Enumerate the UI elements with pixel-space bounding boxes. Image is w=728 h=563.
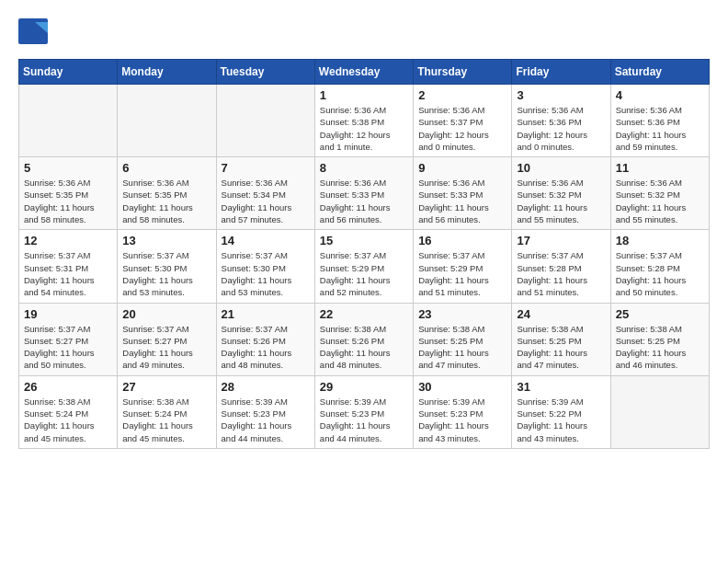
calendar-cell: 17Sunrise: 5:37 AM Sunset: 5:28 PM Dayli… <box>512 230 610 303</box>
weekday-header-tuesday: Tuesday <box>216 60 314 85</box>
weekday-header-saturday: Saturday <box>610 60 709 85</box>
day-number: 14 <box>222 234 310 247</box>
day-number: 31 <box>517 380 605 394</box>
day-number: 20 <box>122 307 210 321</box>
day-info: Sunrise: 5:37 AM Sunset: 5:28 PM Dayligh… <box>616 249 704 298</box>
day-number: 1 <box>320 88 408 102</box>
calendar-cell: 29Sunrise: 5:39 AM Sunset: 5:23 PM Dayli… <box>314 375 413 448</box>
day-number: 13 <box>122 234 210 247</box>
day-number: 4 <box>616 88 704 102</box>
calendar-table: SundayMondayTuesdayWednesdayThursdayFrid… <box>18 59 710 449</box>
calendar-cell: 4Sunrise: 5:36 AM Sunset: 5:36 PM Daylig… <box>610 85 709 157</box>
day-number: 8 <box>320 161 408 175</box>
day-number: 21 <box>222 307 310 321</box>
day-info: Sunrise: 5:37 AM Sunset: 5:29 PM Dayligh… <box>320 249 408 298</box>
day-number: 16 <box>418 234 506 247</box>
calendar-cell: 11Sunrise: 5:36 AM Sunset: 5:32 PM Dayli… <box>610 157 709 230</box>
calendar-cell: 5Sunrise: 5:36 AM Sunset: 5:35 PM Daylig… <box>19 157 118 230</box>
day-info: Sunrise: 5:37 AM Sunset: 5:30 PM Dayligh… <box>122 249 210 298</box>
day-number: 22 <box>320 307 408 321</box>
day-info: Sunrise: 5:39 AM Sunset: 5:23 PM Dayligh… <box>320 396 408 444</box>
day-info: Sunrise: 5:38 AM Sunset: 5:24 PM Dayligh… <box>24 396 112 444</box>
day-info: Sunrise: 5:36 AM Sunset: 5:36 PM Dayligh… <box>517 104 605 153</box>
day-number: 11 <box>616 161 704 175</box>
calendar-cell: 8Sunrise: 5:36 AM Sunset: 5:33 PM Daylig… <box>314 157 413 230</box>
calendar-cell: 19Sunrise: 5:37 AM Sunset: 5:27 PM Dayli… <box>19 303 118 375</box>
day-info: Sunrise: 5:37 AM Sunset: 5:29 PM Dayligh… <box>418 249 506 298</box>
calendar-cell: 25Sunrise: 5:38 AM Sunset: 5:25 PM Dayli… <box>610 303 709 375</box>
calendar-cell <box>118 85 216 157</box>
logo-icon <box>18 18 48 44</box>
day-number: 30 <box>418 380 506 394</box>
day-info: Sunrise: 5:37 AM Sunset: 5:31 PM Dayligh… <box>24 249 112 298</box>
day-number: 23 <box>418 307 506 321</box>
calendar-cell: 27Sunrise: 5:38 AM Sunset: 5:24 PM Dayli… <box>118 375 216 448</box>
day-number: 5 <box>24 161 112 175</box>
calendar-cell <box>19 85 118 157</box>
day-info: Sunrise: 5:37 AM Sunset: 5:26 PM Dayligh… <box>222 323 310 372</box>
calendar-cell: 30Sunrise: 5:39 AM Sunset: 5:23 PM Dayli… <box>414 375 512 448</box>
calendar-cell: 21Sunrise: 5:37 AM Sunset: 5:26 PM Dayli… <box>216 303 314 375</box>
day-info: Sunrise: 5:36 AM Sunset: 5:32 PM Dayligh… <box>517 177 605 225</box>
day-info: Sunrise: 5:36 AM Sunset: 5:33 PM Dayligh… <box>418 177 506 225</box>
calendar-cell: 16Sunrise: 5:37 AM Sunset: 5:29 PM Dayli… <box>414 230 512 303</box>
calendar-cell: 15Sunrise: 5:37 AM Sunset: 5:29 PM Dayli… <box>314 230 413 303</box>
day-number: 25 <box>616 307 704 321</box>
day-info: Sunrise: 5:36 AM Sunset: 5:35 PM Dayligh… <box>24 177 112 225</box>
day-number: 28 <box>222 380 310 394</box>
day-number: 19 <box>24 307 112 321</box>
day-number: 17 <box>517 234 605 247</box>
calendar-cell: 9Sunrise: 5:36 AM Sunset: 5:33 PM Daylig… <box>414 157 512 230</box>
day-number: 10 <box>517 161 605 175</box>
day-number: 3 <box>517 88 605 102</box>
calendar-cell: 2Sunrise: 5:36 AM Sunset: 5:37 PM Daylig… <box>414 85 512 157</box>
calendar-cell: 28Sunrise: 5:39 AM Sunset: 5:23 PM Dayli… <box>216 375 314 448</box>
weekday-header-sunday: Sunday <box>19 60 118 85</box>
calendar-cell: 12Sunrise: 5:37 AM Sunset: 5:31 PM Dayli… <box>19 230 118 303</box>
calendar-cell: 13Sunrise: 5:37 AM Sunset: 5:30 PM Dayli… <box>118 230 216 303</box>
day-info: Sunrise: 5:39 AM Sunset: 5:23 PM Dayligh… <box>222 396 310 444</box>
day-info: Sunrise: 5:38 AM Sunset: 5:25 PM Dayligh… <box>517 323 605 372</box>
calendar-cell: 14Sunrise: 5:37 AM Sunset: 5:30 PM Dayli… <box>216 230 314 303</box>
day-number: 9 <box>418 161 506 175</box>
day-info: Sunrise: 5:37 AM Sunset: 5:27 PM Dayligh… <box>24 323 112 372</box>
day-number: 18 <box>616 234 704 247</box>
calendar-cell: 20Sunrise: 5:37 AM Sunset: 5:27 PM Dayli… <box>118 303 216 375</box>
day-number: 29 <box>320 380 408 394</box>
calendar-cell: 18Sunrise: 5:37 AM Sunset: 5:28 PM Dayli… <box>610 230 709 303</box>
day-number: 27 <box>122 380 210 394</box>
day-info: Sunrise: 5:39 AM Sunset: 5:22 PM Dayligh… <box>517 396 605 444</box>
calendar-cell <box>216 85 314 157</box>
day-info: Sunrise: 5:36 AM Sunset: 5:34 PM Dayligh… <box>222 177 310 225</box>
calendar-cell: 22Sunrise: 5:38 AM Sunset: 5:26 PM Dayli… <box>314 303 413 375</box>
day-number: 15 <box>320 234 408 247</box>
weekday-header-thursday: Thursday <box>414 60 512 85</box>
day-info: Sunrise: 5:36 AM Sunset: 5:32 PM Dayligh… <box>616 177 704 225</box>
day-info: Sunrise: 5:37 AM Sunset: 5:27 PM Dayligh… <box>122 323 210 372</box>
day-number: 24 <box>517 307 605 321</box>
day-number: 6 <box>122 161 210 175</box>
calendar-cell: 1Sunrise: 5:36 AM Sunset: 5:38 PM Daylig… <box>314 85 413 157</box>
day-number: 2 <box>418 88 506 102</box>
calendar-cell: 3Sunrise: 5:36 AM Sunset: 5:36 PM Daylig… <box>512 85 610 157</box>
logo <box>18 18 51 44</box>
weekday-header-wednesday: Wednesday <box>314 60 413 85</box>
calendar-cell: 23Sunrise: 5:38 AM Sunset: 5:25 PM Dayli… <box>414 303 512 375</box>
day-info: Sunrise: 5:38 AM Sunset: 5:24 PM Dayligh… <box>122 396 210 444</box>
weekday-header-monday: Monday <box>118 60 216 85</box>
day-number: 26 <box>24 380 112 394</box>
calendar-cell: 26Sunrise: 5:38 AM Sunset: 5:24 PM Dayli… <box>19 375 118 448</box>
day-info: Sunrise: 5:37 AM Sunset: 5:30 PM Dayligh… <box>222 249 310 298</box>
day-info: Sunrise: 5:37 AM Sunset: 5:28 PM Dayligh… <box>517 249 605 298</box>
day-number: 7 <box>222 161 310 175</box>
calendar-cell: 7Sunrise: 5:36 AM Sunset: 5:34 PM Daylig… <box>216 157 314 230</box>
calendar-cell <box>610 375 709 448</box>
day-info: Sunrise: 5:36 AM Sunset: 5:36 PM Dayligh… <box>616 104 704 153</box>
day-info: Sunrise: 5:38 AM Sunset: 5:26 PM Dayligh… <box>320 323 408 372</box>
day-info: Sunrise: 5:38 AM Sunset: 5:25 PM Dayligh… <box>616 323 704 372</box>
calendar-cell: 31Sunrise: 5:39 AM Sunset: 5:22 PM Dayli… <box>512 375 610 448</box>
calendar-cell: 10Sunrise: 5:36 AM Sunset: 5:32 PM Dayli… <box>512 157 610 230</box>
day-info: Sunrise: 5:36 AM Sunset: 5:33 PM Dayligh… <box>320 177 408 225</box>
day-info: Sunrise: 5:36 AM Sunset: 5:37 PM Dayligh… <box>418 104 506 153</box>
day-info: Sunrise: 5:38 AM Sunset: 5:25 PM Dayligh… <box>418 323 506 372</box>
